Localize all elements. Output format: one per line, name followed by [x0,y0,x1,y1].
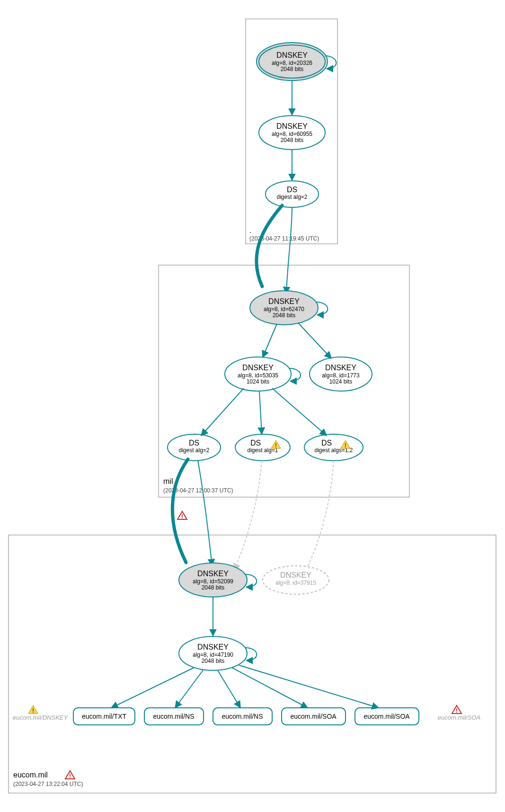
svg-text:2048 bits: 2048 bits [202,584,225,591]
svg-text:DNSKEY: DNSKEY [280,571,311,579]
warning-icon: ! [65,771,75,779]
svg-text:DS: DS [287,186,297,194]
rrset-ghost-soa: eucom.mil/SOA ! [438,705,480,721]
svg-text:1024 bits: 1024 bits [329,378,353,385]
zone-root-label: . [249,226,251,234]
zone-eucom-timestamp: (2023-04-27 13:22:04 UTC) [13,781,83,787]
svg-text:eucom.mil/SOA: eucom.mil/SOA [290,713,337,720]
svg-text:DNSKEY: DNSKEY [268,297,300,305]
edge-ds-to-mil-thick [257,205,282,286]
dnssec-diagram: . (2023-04-27 11:19:45 UTC) DNSKEY alg=8… [0,0,505,812]
svg-text:!: ! [181,513,183,520]
svg-text:eucom.mil/DNSKEY: eucom.mil/DNSKEY [13,714,69,721]
warning-icon: ! [177,511,187,520]
svg-text:!: ! [345,442,346,449]
svg-text:DNSKEY: DNSKEY [325,364,356,372]
svg-text:DNSKEY: DNSKEY [276,51,308,59]
edge-mil-ksk-to-zsk2 [298,323,331,358]
svg-text:DNSKEY: DNSKEY [242,364,274,372]
edge-mil-zsk1-ds3 [272,388,327,436]
zone-mil-label: mil [163,477,173,485]
rrset-ghost-dnskey: eucom.mil/DNSKEY ! [13,705,69,721]
svg-text:!: ! [69,772,71,779]
svg-text:DS: DS [321,439,332,447]
svg-text:alg=8, id=47190: alg=8, id=47190 [193,651,233,658]
svg-text:2048 bits: 2048 bits [202,658,225,664]
svg-text:alg=8, id=53035: alg=8, id=53035 [238,372,278,379]
edge-mil-ksk-to-zsk1 [263,324,277,357]
svg-text:alg=8, id=52099: alg=8, id=52099 [193,578,233,585]
edge-mil-ds1-eu-ksk [198,460,212,566]
edge-mil-ds2-eu-ksk [234,461,262,571]
svg-text:2048 bits: 2048 bits [273,312,296,319]
edge-ds-to-mil [286,207,292,294]
svg-text:alg=8, id=37915: alg=8, id=37915 [275,580,316,586]
svg-text:DNSKEY: DNSKEY [276,122,308,130]
svg-text:DNSKEY: DNSKEY [197,643,229,651]
edge-mil-zsk1-ds2 [259,391,262,434]
svg-text:eucom.mil/NS: eucom.mil/NS [153,713,194,720]
svg-text:alg=8, id=20326: alg=8, id=20326 [272,60,312,66]
edge-mil-to-eucom-thick [172,459,188,562]
svg-text:alg=8, id=62470: alg=8, id=62470 [264,306,304,312]
zone-eucom [9,535,496,793]
svg-text:2048 bits: 2048 bits [281,137,304,143]
svg-text:eucom.mil/SOA: eucom.mil/SOA [438,714,480,721]
svg-text:DS: DS [250,439,261,447]
svg-text:eucom.mil/NS: eucom.mil/NS [221,713,263,720]
zone-eucom-label: eucom.mil [13,771,48,779]
svg-text:alg=8, id=1773: alg=8, id=1773 [322,372,360,379]
svg-text:!: ! [275,442,277,449]
svg-text:!: ! [32,707,34,714]
svg-text:digest alg=2: digest alg=2 [178,447,209,454]
svg-text:!: ! [456,707,458,714]
svg-text:DS: DS [189,439,199,447]
svg-text:alg=8, id=60955: alg=8, id=60955 [272,131,312,137]
edge-mil-zsk1-ds1 [201,388,244,436]
edge-mil-ds3-eu-ghost [304,461,334,573]
svg-text:eucom.mil/SOA: eucom.mil/SOA [363,713,410,720]
svg-text:eucom.mil/TXT: eucom.mil/TXT [82,713,127,720]
svg-text:DNSKEY: DNSKEY [197,570,229,578]
svg-text:digest alg=2: digest alg=2 [276,194,307,200]
svg-text:1024 bits: 1024 bits [247,378,270,385]
svg-text:2048 bits: 2048 bits [281,66,304,72]
